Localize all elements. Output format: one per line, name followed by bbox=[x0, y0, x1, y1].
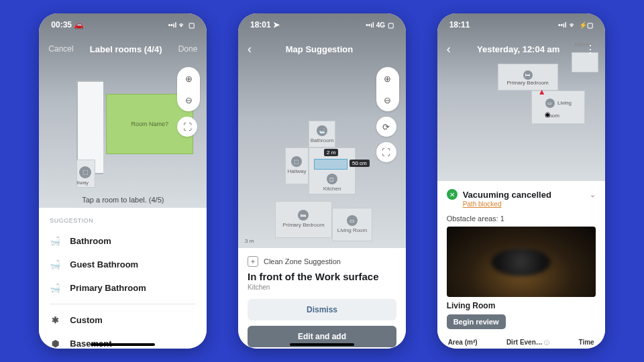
home-indicator[interactable] bbox=[91, 343, 155, 346]
divider bbox=[50, 304, 196, 304]
back-button[interactable]: ‹ bbox=[447, 42, 451, 56]
suggestion-primary-bathroom[interactable]: 🛁 Primary Bathroom bbox=[39, 276, 207, 300]
suggestion-label: Guest Bathroom bbox=[70, 259, 138, 269]
status-title: Vacuuming cancelled bbox=[463, 190, 551, 200]
zone-suggestion-sheet: ＋ Clean Zone Suggestion In front of the … bbox=[238, 248, 406, 349]
statusbar: 00:35 🚗 ••ıl ᯤ ▢ bbox=[39, 13, 207, 36]
hint-text: Tap a room to label. (4/5) bbox=[39, 196, 207, 204]
rotate-icon: ⟳ bbox=[382, 122, 390, 132]
zoom-out-icon: ⊖ bbox=[384, 95, 391, 105]
suggestion-label: Custom bbox=[70, 315, 102, 325]
suggestion-label: Bathroom bbox=[70, 236, 111, 246]
sheet-badge-row: ＋ Clean Zone Suggestion bbox=[248, 256, 396, 267]
bathroom-icon: 🛁 bbox=[50, 259, 60, 269]
home-indicator[interactable] bbox=[290, 343, 354, 346]
room-hallway[interactable]: ⬚ Hallway bbox=[285, 147, 309, 184]
nav-title: Map Suggestion bbox=[286, 44, 353, 54]
basement-icon: ⬢ bbox=[50, 339, 60, 349]
battery-icon: ▢ bbox=[388, 21, 394, 29]
room-primary-bedroom[interactable]: 🛏 Primary Bedroom bbox=[498, 64, 558, 90]
zoom-in-button[interactable]: ⊕ bbox=[180, 70, 197, 87]
room-bathroom[interactable]: 🛁 Bathroom bbox=[309, 121, 335, 147]
done-button[interactable]: Done bbox=[178, 44, 198, 54]
wifi-icon: ᯤ bbox=[179, 21, 186, 29]
status-time: 00:35 🚗 bbox=[51, 20, 84, 29]
back-button[interactable]: ‹ bbox=[248, 42, 252, 56]
col-area: Area (m²) bbox=[448, 339, 478, 347]
map-controls: ⊕ ⊖ ⟳ ⛶ bbox=[376, 67, 399, 162]
more-options-button[interactable]: ⋮ bbox=[585, 43, 596, 56]
signal-icon: ••ıl 4G bbox=[366, 21, 385, 29]
phone-map-suggestion: 18:01 ➤ ••ıl 4G ▢ ‹ Map Suggestion 🛁 Bat… bbox=[238, 13, 406, 349]
col-time: Time bbox=[578, 339, 594, 347]
cancel-button[interactable]: Cancel bbox=[48, 44, 73, 54]
status-time: 18:11 bbox=[449, 20, 470, 29]
navbar: ‹ Map Suggestion bbox=[238, 36, 406, 62]
suggestion-basement[interactable]: ⬢ Basement bbox=[39, 332, 207, 349]
kitchen-icon: ◻ bbox=[327, 174, 337, 184]
hallway-label: llway bbox=[76, 180, 89, 186]
bathroom-icon: 🛁 bbox=[317, 125, 327, 136]
sofa-icon: ▭ bbox=[545, 99, 555, 108]
col-dirt: Dirt Even… ⓘ bbox=[506, 339, 549, 347]
room-label: Hallway bbox=[286, 168, 308, 174]
section-label: SUGGESTION bbox=[39, 208, 207, 229]
sofa-icon: ▭ bbox=[347, 215, 358, 226]
alert-icon[interactable]: ▲ bbox=[538, 87, 546, 97]
bed-icon: 🛏 bbox=[298, 210, 309, 221]
room-label: Primary Bedroom bbox=[276, 222, 331, 228]
battery-icon: ▢ bbox=[189, 21, 195, 29]
status-right: ••ıl ᯤ ▢ bbox=[168, 21, 195, 29]
zoom-out-button[interactable]: ⊖ bbox=[180, 91, 197, 109]
add-zone-icon: ＋ bbox=[248, 256, 258, 267]
status-row[interactable]: ✕ Vacuuming cancelled ⌄ bbox=[447, 189, 596, 200]
room-label: Kitchen bbox=[309, 186, 355, 192]
statusbar: 18:01 ➤ ••ıl 4G ▢ bbox=[238, 13, 406, 36]
clean-zone-rect[interactable] bbox=[314, 159, 347, 170]
obstacle-image[interactable] bbox=[447, 227, 596, 297]
suggestion-guest-bathroom[interactable]: 🛁 Guest Bathroom bbox=[39, 253, 207, 276]
bathroom-icon: 🛁 bbox=[50, 283, 60, 293]
zoom-control-group: ⊕ ⊖ bbox=[376, 67, 399, 111]
hallway-icon: ⬚ bbox=[291, 156, 302, 167]
signal-icon: ••ıl bbox=[558, 21, 567, 29]
reason-link[interactable]: Path blocked bbox=[463, 200, 596, 208]
room-primary-bedroom[interactable]: 🛏 Primary Bedroom bbox=[275, 201, 332, 238]
sheet-badge: Clean Zone Suggestion bbox=[264, 257, 341, 265]
suggestion-sheet: SUGGESTION 🛁 Bathroom 🛁 Guest Bathroom 🛁… bbox=[39, 208, 207, 349]
fit-icon: ⛶ bbox=[183, 122, 192, 132]
custom-icon: ✱ bbox=[50, 315, 60, 325]
fit-button[interactable]: ⛶ bbox=[376, 142, 396, 162]
room-living-room[interactable]: ▭ Living Room bbox=[332, 208, 372, 241]
nav-title: Label rooms (4/4) bbox=[90, 44, 162, 54]
bed-icon: 🛏 bbox=[523, 70, 533, 80]
begin-review-button[interactable]: Begin review bbox=[447, 314, 506, 329]
suggestion-bathroom[interactable]: 🛁 Bathroom bbox=[39, 229, 207, 253]
zoom-out-button[interactable]: ⊖ bbox=[379, 91, 396, 109]
fit-button[interactable]: ⛶ bbox=[177, 117, 197, 137]
room-placeholder: Room Name? bbox=[131, 121, 169, 127]
navbar: ‹ Yesterday, 12:04 am bbox=[437, 36, 605, 62]
status-right: ••ıl ᯤ ⚡▢ bbox=[558, 21, 593, 29]
dock-icon: ◉ bbox=[545, 111, 551, 118]
wifi-icon: ᯤ bbox=[570, 21, 576, 29]
dimension-height: 50 cm bbox=[350, 160, 370, 167]
obstacle-location: Living Room bbox=[447, 301, 596, 310]
room-label: Bathroom bbox=[309, 137, 335, 143]
phone-label-rooms: 00:35 🚗 ••ıl ᯤ ▢ Cancel Label rooms (4/4… bbox=[39, 13, 207, 349]
battery-icon: ⚡▢ bbox=[579, 21, 593, 29]
zoom-in-icon: ⊕ bbox=[185, 74, 193, 84]
suggestion-custom[interactable]: ✱ Custom bbox=[39, 308, 207, 332]
phone-cleaning-history: 18:11 ••ıl ᯤ ⚡▢ ‹ Yesterday, 12:04 am ⋮ … bbox=[437, 13, 605, 349]
suggestion-label: Primary Bathroom bbox=[70, 283, 146, 293]
dismiss-button[interactable]: Dismiss bbox=[248, 299, 396, 320]
status-time: 18:01 ➤ bbox=[250, 20, 280, 29]
rotate-button[interactable]: ⟳ bbox=[376, 117, 396, 137]
zoom-in-button[interactable]: ⊕ bbox=[379, 70, 396, 87]
room-label: Primary Bedroom bbox=[498, 80, 557, 86]
status-cancel-icon: ✕ bbox=[447, 189, 458, 200]
bathroom-icon: 🛁 bbox=[50, 236, 60, 246]
status-right: ••ıl 4G ▢ bbox=[366, 21, 394, 29]
status-sheet: ✕ Vacuuming cancelled ⌄ Path blocked Obs… bbox=[437, 181, 605, 349]
nav-title: Yesterday, 12:04 am bbox=[477, 44, 559, 54]
